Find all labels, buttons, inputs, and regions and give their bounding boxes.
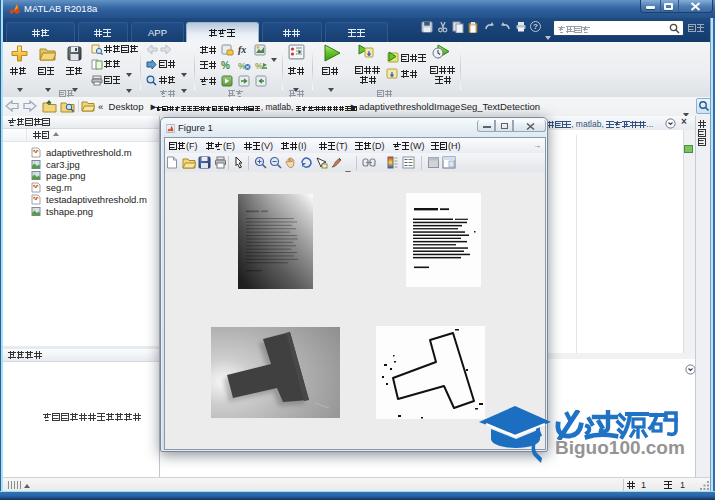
svg-text:%: % <box>221 60 230 71</box>
svg-text:%: % <box>255 61 263 71</box>
